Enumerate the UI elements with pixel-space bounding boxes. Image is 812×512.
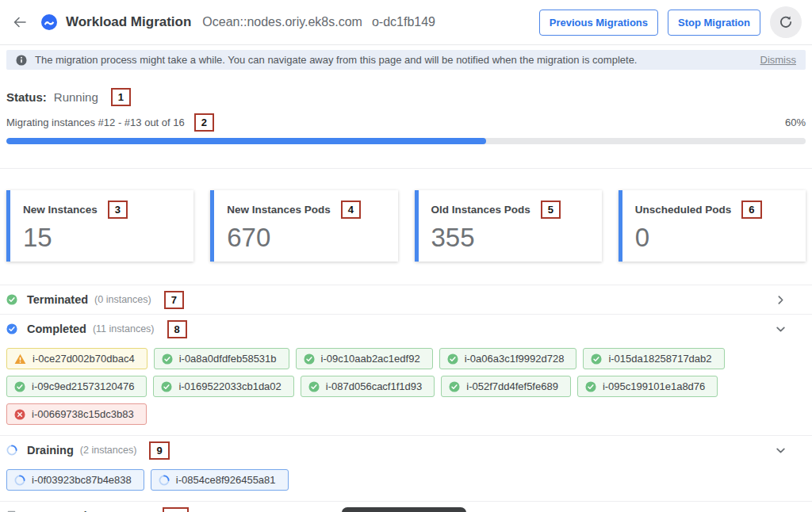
progress-fill	[6, 138, 486, 144]
stat-card-title: Unscheduled Pods6	[635, 201, 793, 219]
stat-cards-row: New Instances315New Instances Pods4670Ol…	[0, 169, 812, 262]
banner-text: The migration process might take a while…	[35, 54, 637, 66]
annotation-box-2: 2	[194, 113, 214, 132]
info-banner: The migration process might take a while…	[6, 50, 806, 70]
instance-chip[interactable]: i-09c10aab2ac1edf92	[296, 348, 433, 369]
chevron-right-icon[interactable]	[776, 295, 786, 305]
section-count: (0 instances)	[94, 294, 151, 305]
check-circle-green-icon	[162, 353, 173, 365]
instance-id: i-0a8a0dfdfeb58531b	[179, 353, 277, 365]
status-line: Status: Running 1	[6, 88, 806, 106]
check-circle-green-icon	[308, 381, 320, 392]
instance-id: i-00669738c15dc3b83	[32, 408, 134, 420]
instance-id: i-0f03923bc87b4e838	[32, 474, 132, 486]
annotation-box-8: 8	[167, 320, 187, 338]
instance-chip[interactable]: i-00669738c15dc3b83	[6, 403, 147, 425]
annotation-box-9: 9	[149, 441, 169, 460]
stat-card-value: 670	[227, 224, 385, 252]
instance-id: i-052f7dd4fef5fe689	[466, 380, 558, 392]
annotation-box-4: 4	[341, 201, 361, 219]
stat-card: Old Instances Pods5355	[415, 190, 602, 262]
ocean-logo-icon	[41, 14, 57, 30]
instance-chip[interactable]: i-0f03923bc87b4e838	[6, 469, 144, 491]
section-terminated: Terminated(0 instances)7	[0, 285, 812, 314]
instance-chip[interactable]: i-0a06a3c1f9992d728	[439, 348, 577, 369]
instance-chips: i-0f03923bc87b4e838i-0854ce8f926455a81	[0, 464, 761, 501]
check-circle-blue-icon	[6, 323, 17, 334]
progress-percent: 60%	[785, 117, 806, 128]
check-circle-green-icon	[449, 381, 460, 392]
stat-card-value: 15	[23, 224, 181, 252]
stat-card: Unscheduled Pods60	[619, 190, 806, 262]
instance-id: i-015da18258717dab2	[608, 353, 711, 365]
annotation-box-5: 5	[541, 201, 561, 219]
section-completed: Completed(11 instances)8i-0ce27d002b70db…	[0, 314, 812, 435]
instance-id: i-0ce27d002b70dbac4	[33, 353, 135, 365]
stat-card: New Instances315	[6, 190, 193, 262]
instance-id: i-087d056cacf1f1d93	[326, 380, 422, 392]
section-count: (11 instances)	[93, 323, 155, 334]
status-value: Running	[54, 90, 98, 104]
stat-card: New Instances Pods4670	[210, 190, 397, 262]
page-title: Workload Migration	[66, 14, 191, 30]
stat-card-value: 0	[635, 224, 793, 252]
previous-migrations-button[interactable]: Previous Migrations	[539, 10, 658, 36]
ocean-cluster-name: Ocean::nodes.oriy.ek8s.com	[202, 15, 362, 29]
instance-chip[interactable]: i-015da18258717dab2	[583, 348, 724, 369]
section-title: Completed	[27, 323, 86, 335]
instance-chip[interactable]: i-087d056cacf1f1d93	[301, 376, 435, 397]
x-circle-red-icon	[14, 409, 25, 420]
instance-chip[interactable]: i-095c199101e1a8d76	[577, 376, 718, 397]
check-circle-green-icon	[304, 353, 315, 365]
section-title: Draining	[27, 444, 74, 457]
stat-card-title: Old Instances Pods5	[431, 201, 589, 219]
stat-card-title: New Instances3	[23, 201, 181, 219]
progress-text: Migrating instances #12 - #13 out of 16	[6, 117, 185, 128]
section-count: (2 instances)	[80, 445, 137, 456]
instance-chip[interactable]: i-0169522033cb1da02	[153, 376, 293, 397]
instance-id: i-0169522033cb1da02	[178, 380, 281, 392]
header-actions: Previous Migrations Stop Migration	[539, 6, 802, 38]
instance-chip[interactable]: i-052f7dd4fef5fe689	[441, 376, 571, 397]
chevron-down-icon[interactable]	[776, 445, 786, 456]
check-circle-green-icon	[585, 381, 596, 392]
annotation-box-10: 10	[163, 507, 188, 512]
instance-chip[interactable]: i-0a8a0dfdfeb58531b	[154, 348, 289, 369]
check-circle-green-icon	[447, 353, 458, 365]
stat-card-title: New Instances Pods4	[227, 201, 385, 219]
section-draining: Draining(2 instances)9i-0f03923bc87b4e83…	[0, 435, 812, 501]
instance-sections: Terminated(0 instances)7Completed(11 ins…	[0, 285, 812, 512]
progress-bar	[6, 138, 806, 144]
section-header-terminated[interactable]: Terminated(0 instances)7	[0, 285, 812, 314]
instance-chip[interactable]: i-0ce27d002b70dbac4	[6, 348, 147, 369]
instance-chips: i-0ce27d002b70dbac4i-0a8a0dfdfeb58531bi-…	[0, 343, 761, 435]
warning-triangle-icon	[14, 353, 26, 365]
instance-chip[interactable]: i-09c9ed21573120476	[6, 376, 147, 397]
refresh-icon	[779, 15, 793, 29]
status-block: Status: Running 1 Migrating instances #1…	[0, 70, 812, 144]
instance-id: i-09c9ed21573120476	[32, 380, 134, 392]
spinner-icon	[6, 445, 17, 456]
check-circle-green-icon	[161, 381, 172, 392]
instance-id: i-0a06a3c1f9992d728	[465, 353, 565, 365]
refresh-button[interactable]	[770, 6, 802, 38]
chevron-down-icon[interactable]	[776, 324, 786, 334]
dismiss-link[interactable]: Dismiss	[760, 54, 797, 66]
ocean-id: o-dc1fb149	[372, 15, 435, 29]
annotation-box-7: 7	[164, 291, 184, 309]
breadcrumb: Ocean::nodes.oriy.ek8s.como-dc1fb149	[202, 15, 435, 29]
header: Workload Migration Ocean::nodes.oriy.ek8…	[0, 0, 812, 45]
instance-id: i-0854ce8f926455a81	[176, 474, 276, 486]
section-header-completed[interactable]: Completed(11 instances)8	[0, 315, 812, 343]
annotation-box-3: 3	[108, 201, 128, 219]
section-header-draining[interactable]: Draining(2 instances)9	[0, 436, 812, 464]
stop-migration-button[interactable]: Stop Migration	[668, 10, 760, 36]
check-circle-green-icon	[14, 381, 25, 392]
section-title: Terminated	[27, 293, 88, 306]
progress-line: Migrating instances #12 - #13 out of 16 …	[6, 113, 806, 132]
stat-card-value: 355	[431, 224, 589, 252]
instance-chip[interactable]: i-0854ce8f926455a81	[151, 469, 289, 491]
tooltip-stub	[342, 507, 466, 512]
back-arrow-icon[interactable]	[10, 13, 29, 32]
check-circle-green-icon	[6, 294, 17, 305]
